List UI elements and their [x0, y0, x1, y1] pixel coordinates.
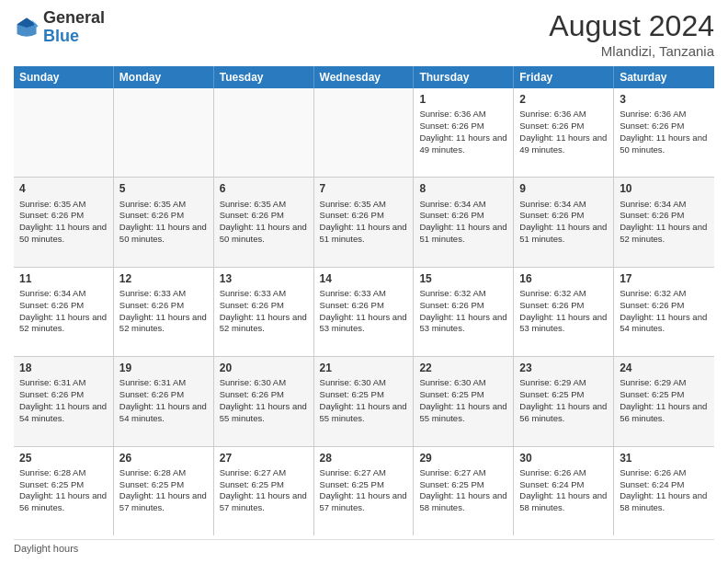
- footer-note: Daylight hours: [14, 539, 714, 554]
- day-number: 16: [519, 271, 608, 286]
- day-cell-23: 23Sunrise: 6:29 AM Sunset: 6:25 PM Dayli…: [514, 357, 614, 445]
- day-info: Sunrise: 6:35 AM Sunset: 6:26 PM Dayligh…: [220, 199, 307, 244]
- day-number: 27: [220, 451, 308, 465]
- day-cell-16: 16Sunrise: 6:32 AM Sunset: 6:26 PM Dayli…: [514, 268, 614, 356]
- day-info: Sunrise: 6:30 AM Sunset: 6:26 PM Dayligh…: [220, 377, 307, 422]
- location: Mlandizi, Tanzania: [549, 43, 714, 59]
- day-number: 10: [620, 181, 709, 196]
- day-info: Sunrise: 6:26 AM Sunset: 6:24 PM Dayligh…: [620, 467, 707, 512]
- day-cell-1: 1Sunrise: 6:36 AM Sunset: 6:26 PM Daylig…: [414, 88, 514, 177]
- empty-cell: [114, 88, 214, 177]
- day-cell-10: 10Sunrise: 6:34 AM Sunset: 6:26 PM Dayli…: [614, 178, 714, 266]
- logo-general-text: General: [43, 8, 105, 27]
- calendar-week-2: 4Sunrise: 6:35 AM Sunset: 6:26 PM Daylig…: [14, 178, 714, 267]
- day-info: Sunrise: 6:33 AM Sunset: 6:26 PM Dayligh…: [220, 288, 307, 333]
- day-cell-19: 19Sunrise: 6:31 AM Sunset: 6:26 PM Dayli…: [114, 357, 214, 445]
- day-info: Sunrise: 6:35 AM Sunset: 6:26 PM Dayligh…: [19, 199, 107, 244]
- day-number: 4: [19, 181, 108, 196]
- day-info: Sunrise: 6:34 AM Sunset: 6:26 PM Dayligh…: [620, 199, 707, 244]
- day-info: Sunrise: 6:35 AM Sunset: 6:26 PM Dayligh…: [119, 199, 207, 244]
- day-cell-15: 15Sunrise: 6:32 AM Sunset: 6:26 PM Dayli…: [414, 268, 514, 356]
- day-cell-25: 25Sunrise: 6:28 AM Sunset: 6:25 PM Dayli…: [14, 447, 114, 535]
- calendar-week-3: 11Sunrise: 6:34 AM Sunset: 6:26 PM Dayli…: [14, 268, 714, 357]
- day-info: Sunrise: 6:27 AM Sunset: 6:25 PM Dayligh…: [419, 467, 506, 512]
- day-info: Sunrise: 6:27 AM Sunset: 6:25 PM Dayligh…: [220, 467, 307, 512]
- day-info: Sunrise: 6:35 AM Sunset: 6:26 PM Dayligh…: [320, 199, 407, 244]
- calendar-header: Sunday Monday Tuesday Wednesday Thursday…: [14, 66, 714, 88]
- day-cell-21: 21Sunrise: 6:30 AM Sunset: 6:25 PM Dayli…: [314, 357, 415, 445]
- header-wednesday: Wednesday: [314, 66, 415, 88]
- day-info: Sunrise: 6:30 AM Sunset: 6:25 PM Dayligh…: [419, 377, 506, 422]
- day-info: Sunrise: 6:29 AM Sunset: 6:25 PM Dayligh…: [519, 377, 607, 422]
- day-info: Sunrise: 6:32 AM Sunset: 6:26 PM Dayligh…: [419, 288, 506, 333]
- logo: General Blue: [14, 9, 105, 46]
- day-number: 19: [119, 361, 208, 375]
- day-info: Sunrise: 6:32 AM Sunset: 6:26 PM Dayligh…: [519, 288, 607, 333]
- empty-cell: [214, 88, 314, 177]
- day-cell-4: 4Sunrise: 6:35 AM Sunset: 6:26 PM Daylig…: [14, 178, 114, 266]
- day-number: 14: [320, 271, 408, 286]
- day-number: 8: [419, 181, 507, 196]
- day-number: 30: [519, 451, 608, 465]
- day-number: 22: [419, 361, 507, 375]
- day-number: 1: [419, 92, 507, 107]
- day-info: Sunrise: 6:33 AM Sunset: 6:26 PM Dayligh…: [320, 288, 407, 333]
- day-cell-9: 9Sunrise: 6:34 AM Sunset: 6:26 PM Daylig…: [514, 178, 614, 266]
- day-number: 12: [119, 271, 208, 286]
- day-cell-18: 18Sunrise: 6:31 AM Sunset: 6:26 PM Dayli…: [14, 357, 114, 445]
- header-monday: Monday: [114, 66, 214, 88]
- day-number: 28: [320, 451, 408, 465]
- header-friday: Friday: [514, 66, 614, 88]
- day-cell-3: 3Sunrise: 6:36 AM Sunset: 6:26 PM Daylig…: [614, 88, 714, 177]
- day-info: Sunrise: 6:28 AM Sunset: 6:25 PM Dayligh…: [19, 467, 107, 512]
- day-cell-29: 29Sunrise: 6:27 AM Sunset: 6:25 PM Dayli…: [414, 447, 514, 535]
- day-info: Sunrise: 6:32 AM Sunset: 6:26 PM Dayligh…: [620, 288, 707, 333]
- day-info: Sunrise: 6:34 AM Sunset: 6:26 PM Dayligh…: [19, 288, 107, 333]
- day-cell-30: 30Sunrise: 6:26 AM Sunset: 6:24 PM Dayli…: [514, 447, 614, 535]
- day-info: Sunrise: 6:34 AM Sunset: 6:26 PM Dayligh…: [419, 199, 506, 244]
- day-number: 15: [419, 271, 507, 286]
- calendar-week-1: 1Sunrise: 6:36 AM Sunset: 6:26 PM Daylig…: [14, 88, 714, 178]
- day-cell-17: 17Sunrise: 6:32 AM Sunset: 6:26 PM Dayli…: [614, 268, 714, 356]
- day-number: 20: [220, 361, 308, 375]
- day-info: Sunrise: 6:34 AM Sunset: 6:26 PM Dayligh…: [519, 199, 607, 244]
- day-number: 17: [620, 271, 709, 286]
- day-info: Sunrise: 6:31 AM Sunset: 6:26 PM Dayligh…: [119, 377, 207, 422]
- day-number: 29: [419, 451, 507, 465]
- day-cell-2: 2Sunrise: 6:36 AM Sunset: 6:26 PM Daylig…: [514, 88, 614, 177]
- calendar-week-5: 25Sunrise: 6:28 AM Sunset: 6:25 PM Dayli…: [14, 447, 714, 535]
- day-number: 7: [320, 181, 408, 196]
- logo-blue-text: Blue: [43, 27, 79, 45]
- day-cell-12: 12Sunrise: 6:33 AM Sunset: 6:26 PM Dayli…: [114, 268, 214, 356]
- day-cell-8: 8Sunrise: 6:34 AM Sunset: 6:26 PM Daylig…: [414, 178, 514, 266]
- day-number: 13: [220, 271, 308, 286]
- day-number: 24: [620, 361, 709, 375]
- day-info: Sunrise: 6:36 AM Sunset: 6:26 PM Dayligh…: [620, 109, 707, 154]
- day-info: Sunrise: 6:36 AM Sunset: 6:26 PM Dayligh…: [419, 109, 506, 154]
- day-number: 31: [620, 451, 709, 465]
- header: General Blue August 2024 Mlandizi, Tanza…: [14, 9, 714, 59]
- day-number: 6: [220, 181, 308, 196]
- day-number: 23: [519, 361, 608, 375]
- day-number: 25: [19, 451, 108, 465]
- day-cell-20: 20Sunrise: 6:30 AM Sunset: 6:26 PM Dayli…: [214, 357, 314, 445]
- day-cell-27: 27Sunrise: 6:27 AM Sunset: 6:25 PM Dayli…: [214, 447, 314, 535]
- day-cell-26: 26Sunrise: 6:28 AM Sunset: 6:25 PM Dayli…: [114, 447, 214, 535]
- day-info: Sunrise: 6:27 AM Sunset: 6:25 PM Dayligh…: [320, 467, 407, 512]
- header-thursday: Thursday: [414, 66, 514, 88]
- day-cell-6: 6Sunrise: 6:35 AM Sunset: 6:26 PM Daylig…: [214, 178, 314, 266]
- header-sunday: Sunday: [14, 66, 114, 88]
- day-number: 18: [19, 361, 108, 375]
- logo-icon: [14, 15, 40, 40]
- page: General Blue August 2024 Mlandizi, Tanza…: [0, 0, 728, 563]
- empty-cell: [314, 88, 415, 177]
- day-cell-31: 31Sunrise: 6:26 AM Sunset: 6:24 PM Dayli…: [614, 447, 714, 535]
- header-saturday: Saturday: [614, 66, 714, 88]
- month-year: August 2024: [549, 9, 714, 43]
- day-number: 26: [119, 451, 208, 465]
- day-number: 2: [519, 92, 608, 107]
- day-cell-22: 22Sunrise: 6:30 AM Sunset: 6:25 PM Dayli…: [414, 357, 514, 445]
- day-info: Sunrise: 6:36 AM Sunset: 6:26 PM Dayligh…: [519, 109, 607, 154]
- day-cell-7: 7Sunrise: 6:35 AM Sunset: 6:26 PM Daylig…: [314, 178, 415, 266]
- day-cell-28: 28Sunrise: 6:27 AM Sunset: 6:25 PM Dayli…: [314, 447, 415, 535]
